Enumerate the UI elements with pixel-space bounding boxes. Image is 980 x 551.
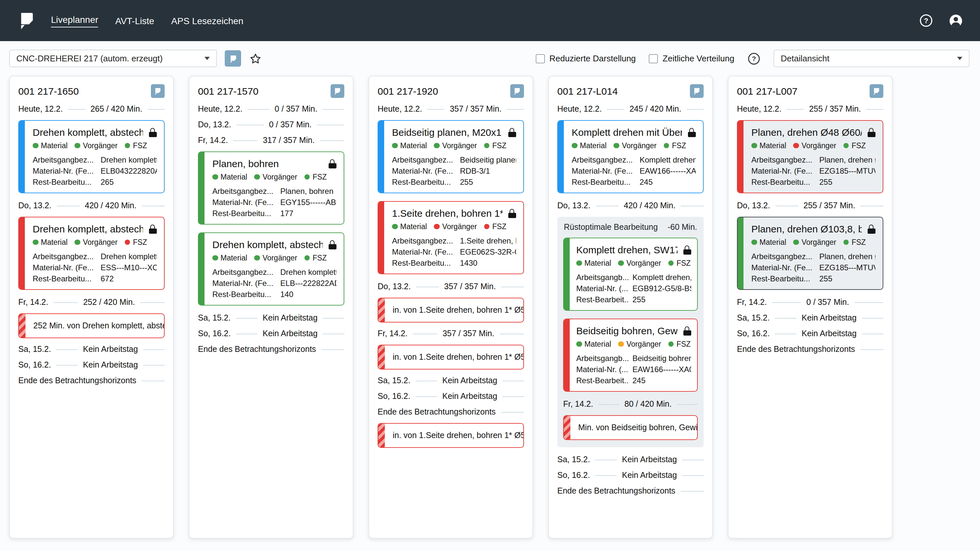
day-line [68,109,85,110]
field-label: Material-Nr. (Fe... [212,198,276,207]
operation-card[interactable]: Planen, drehen Ø103,8, bohr...MaterialVo… [737,217,883,290]
day-row: Ende des Betrachtungshorizonts [737,345,883,354]
day-value: 255 / 357 Min. [803,201,855,210]
day-row: Do, 13.2.255 / 357 Min. [737,201,883,210]
day-value: 80 / 420 Min. [625,400,672,409]
day-line [772,302,801,303]
remainder-card[interactable]: 252 Min. von Drehen komplett, abstecher [18,313,165,338]
operation-card[interactable]: Planen, bohrenMaterialVorgängerFSZArbeit… [198,151,344,225]
flag-icon-button[interactable] [870,84,883,98]
day-line [320,140,344,141]
field-value: Beidseitig bohren, G... [632,354,691,363]
field-value: Beidseitig planen, M2... [460,156,516,165]
flag-icon-button[interactable] [331,84,344,98]
machine-select[interactable]: CNC-DREHEREI 217 (autom. erzeugt) [9,49,217,67]
day-row: Fr, 14.2.357 / 357 Min. [378,329,524,338]
day-label: Fr, 14.2. [198,136,228,145]
toolbar-right: Reduzierte Darstellung Zeitliche Verteil… [536,49,970,67]
help-icon[interactable]: ? [919,14,933,27]
status-indicator: Vorgänger [794,238,836,246]
card-accent-bar [738,218,743,289]
operation-card[interactable]: Drehen komplett, abstechen, ...MaterialV… [198,232,344,305]
flag-icon-button[interactable] [510,84,524,98]
status-dot [212,174,218,180]
day-line [595,475,617,476]
day-row: So, 16.2.Kein Arbeitstag [557,471,704,480]
day-line [501,411,524,412]
day-row: Ende des Betrachtungshorizonts [198,345,344,354]
checkbox-zeitliche-verteilung[interactable]: Zeitliche Verteilung [649,54,734,64]
operation-card[interactable]: Drehen komplett, abstechenMaterialVorgän… [18,120,165,193]
field-label: Arbeitsgangbez... [33,156,97,165]
status-label: Material [584,340,611,348]
field-value: ELB043222820AW01 [100,167,157,176]
day-line [142,205,165,206]
order-id: 001 217-L007 [737,84,797,97]
checkbox-icon [649,54,658,63]
order-id: 001 217-L014 [557,84,618,97]
status-label: Vorgänger [627,340,661,348]
day-row: Sa, 15.2.Kein Arbeitstag [378,376,524,385]
status-label: Material [400,222,427,230]
day-label: Ende des Betrachtungshorizonts [198,345,316,354]
lock-icon [328,240,336,249]
day-label: Fr, 14.2. [18,298,48,307]
status-label: Vorgänger [627,259,661,267]
field-value: Planen, drehen Ø103,... [819,252,875,261]
field-value: Drehen komplett, abst... [100,252,157,261]
view-mode-value: Detailansicht [781,54,829,64]
day-label: Sa, 15.2. [557,455,590,464]
remainder-card[interactable]: in. von 1.Seite drehen, bohren 1* Ø5 und [378,423,524,448]
user-icon[interactable] [949,13,963,28]
operation-card[interactable]: 1.Seite drehen, bohren 1* Ø5...MaterialV… [378,201,524,274]
field-label: Arbeitsgangbez... [572,156,636,165]
field-value: 672 [100,274,157,283]
field-label: Material-Nr. (Fe... [33,263,97,272]
field-value: 265 [100,178,157,187]
status-indicator: Material [751,142,786,149]
help-icon-toolbar[interactable]: ? [748,52,760,65]
view-mode-select[interactable]: Detailansicht [773,49,970,67]
operation-card[interactable]: Planen, drehen Ø48 Ø60/R8MaterialVorgäng… [737,120,883,193]
operation-card[interactable]: Beidseitig bohren, Gewind...MaterialVorg… [563,319,698,392]
field-label: Arbeitsgangbez... [392,236,456,246]
checkbox-reduzierte-darstellung[interactable]: Reduzierte Darstellung [536,54,636,64]
operation-card[interactable]: Beidseitig planen, M20x1,5 Fr...Material… [378,120,524,193]
checkbox-label: Reduzierte Darstellung [549,54,636,64]
toolbar: CNC-DREHEREI 217 (autom. erzeugt) Reduzi… [0,41,980,73]
day-value: Kein Arbeitstag [262,313,318,322]
remainder-text: in. von 1.Seite drehen, bohren 1* Ø5 und [385,345,523,369]
flag-icon-button[interactable] [151,84,165,98]
nav-item-aps-lesezeichen[interactable]: APS Lesezeichen [171,15,243,26]
day-line [248,109,269,110]
field-value: 245 [640,178,696,187]
field-label: Arbeitsgangbez... [751,156,815,165]
day-label: Ende des Betrachtungshorizonts [18,376,136,385]
status-dot [33,143,38,149]
app-logo-flag-icon[interactable] [17,10,37,31]
operation-card[interactable]: Komplett drehen mit Überga...MaterialVor… [557,120,704,193]
day-row: So, 16.2.Kein Arbeitstag [737,329,883,338]
operation-card[interactable]: Drehen komplett, abstechenMaterialVorgän… [18,217,165,290]
remainder-card[interactable]: in. von 1.Seite drehen, bohren 1* Ø5 und [378,345,524,370]
chevron-down-icon [205,57,210,60]
day-value: 420 / 420 Min. [624,201,676,210]
operation-card[interactable]: Komplett drehen, SW17 fr...MaterialVorgä… [563,238,698,311]
remainder-card[interactable]: in. von 1.Seite drehen, bohren 1* Ø5 und [378,298,524,322]
status-indicator: Material [33,238,68,246]
field-value: EZG185---MTUVB01 [819,263,875,272]
nav-item-avt-liste[interactable]: AVT-Liste [115,15,154,26]
status-dot [664,143,669,149]
favorite-star-button[interactable] [249,52,262,65]
flag-bookmark-button[interactable] [225,50,241,67]
remainder-card[interactable]: Min. von Beidseitig bohren, Gewinde N [563,415,698,440]
day-line [415,380,437,381]
status-dot [125,143,130,149]
field-value: Komplett drehen, S... [632,273,691,282]
flag-icon-button[interactable] [690,84,704,98]
day-line [503,396,524,397]
lock-icon [867,225,875,234]
nav-item-liveplanner[interactable]: Liveplanner [51,14,98,27]
status-dot [618,260,624,266]
day-line [321,349,344,349]
